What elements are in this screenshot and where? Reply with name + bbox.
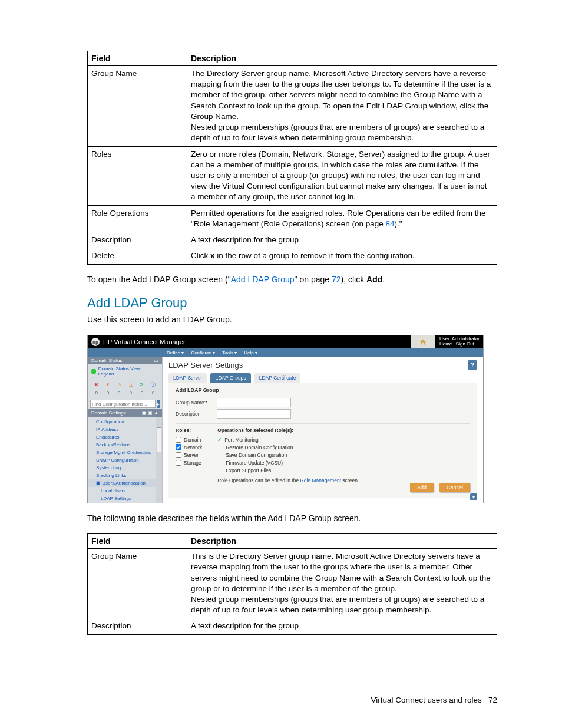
field-description-table-1: Field Description Group NameThe Director… xyxy=(87,51,497,265)
desc-cell: The Directory Server group name. Microso… xyxy=(187,66,497,147)
sidebar-item[interactable]: LDAP Settings xyxy=(88,495,156,502)
add-button[interactable]: Add xyxy=(410,483,434,492)
operation-item: ✓Port Monitoring xyxy=(217,437,358,443)
find-go-button[interactable]: ▸ xyxy=(157,400,160,408)
role-server[interactable]: Server xyxy=(176,452,202,458)
role-ops-note: Role Operations can be edited in the Rol… xyxy=(217,477,358,483)
roles-header: Roles: xyxy=(176,427,202,433)
status-icon-grid: ✖ ▼ ⚠ △ ⟳ ⓘ 000000 xyxy=(88,378,162,398)
table2-header-field: Field xyxy=(88,534,187,549)
app-title: HP Virtual Connect Manager xyxy=(103,338,186,345)
table-row: RolesZero or more roles (Domain, Network… xyxy=(88,146,497,205)
operation-item: Save Domain Configuration xyxy=(217,452,358,458)
sidebar-item[interactable]: ▣ Users/Authentication xyxy=(88,479,156,487)
vcm-screenshot: hp HP Virtual Connect Manager User: Admi… xyxy=(87,335,484,503)
sidebar-item[interactable]: Configuration xyxy=(88,418,156,426)
field-description-table-2: Field Description Group NameThis is the … xyxy=(87,533,497,635)
desc-cell: Permitted operations for the assigned ro… xyxy=(187,205,497,232)
operation-item: Firmware Update (VCSU) xyxy=(217,460,358,466)
info-icon[interactable]: ⓘ xyxy=(148,381,158,388)
menu-define[interactable]: Define ▾ xyxy=(167,350,184,355)
role-checkbox[interactable] xyxy=(176,444,181,450)
domain-status-link[interactable]: Domain Status View Legend... xyxy=(88,364,162,378)
role-checkbox[interactable] xyxy=(176,437,181,443)
main-panel: LDAP Server Settings ? LDAP ServerLDAP G… xyxy=(163,357,483,503)
filter-icon[interactable]: ▼ xyxy=(103,381,113,388)
sidebar-item[interactable]: Stacking Links xyxy=(88,472,156,479)
use-screen-para: Use this screen to add an LDAP Group. xyxy=(87,314,497,325)
menu-tools[interactable]: Tools ▾ xyxy=(222,350,237,355)
help-button[interactable]: ? xyxy=(468,360,477,370)
titlebar: hp HP Virtual Connect Manager User: Admi… xyxy=(88,335,483,348)
sidebar-scrollbar[interactable] xyxy=(156,417,162,503)
page-72-link[interactable]: 72 xyxy=(332,275,341,284)
users-icon: ▣ xyxy=(96,480,102,486)
table1-header-desc: Description xyxy=(187,51,497,66)
warning-icon[interactable]: ⚠ xyxy=(114,381,124,388)
role-checkbox[interactable] xyxy=(176,460,181,466)
group-name-label: Group Name:* xyxy=(176,400,217,406)
menu-configure[interactable]: Configure ▾ xyxy=(191,350,215,355)
page-footer: Virtual Connect users and roles 72 xyxy=(371,696,497,704)
role-network[interactable]: Network xyxy=(176,444,202,450)
role-storage[interactable]: Storage xyxy=(176,460,202,466)
group-name-input[interactable] xyxy=(217,398,291,407)
sidebar-item[interactable]: IP Address xyxy=(88,426,156,433)
sidebar-item[interactable]: Local Users xyxy=(88,487,156,495)
error-icon[interactable]: ✖ xyxy=(91,381,101,388)
table-row: DescriptionA text description for the gr… xyxy=(88,618,497,634)
operation-item: Restore Domain Configuration xyxy=(217,444,358,450)
description-label: Description: xyxy=(176,411,217,417)
find-config-input[interactable] xyxy=(90,400,156,408)
domain-settings-header[interactable]: Domain Settings▣ ▣ ▲ xyxy=(88,409,162,417)
role-domain[interactable]: Domain xyxy=(176,437,202,443)
caution-icon[interactable]: △ xyxy=(125,381,135,388)
tab-ldap-certificate[interactable]: LDAP Certificate xyxy=(254,373,301,383)
home-icon[interactable] xyxy=(411,335,435,348)
role-checkbox[interactable] xyxy=(176,452,181,458)
table2-intro-para: The following table describes the fields… xyxy=(87,513,497,524)
home-signout-links[interactable]: Home | Sign Out xyxy=(439,342,480,347)
desc-cell: Zero or more roles (Domain, Network, Sto… xyxy=(187,146,497,205)
sidebar-item[interactable]: Backup/Restore xyxy=(88,441,156,449)
tab-ldap-groups[interactable]: LDAP Groups xyxy=(210,373,250,383)
table-row: DeleteClick x in the row of a group to r… xyxy=(88,248,497,264)
table-row: Role OperationsPermitted operations for … xyxy=(88,205,497,232)
form-panel: Add LDAP Group Group Name:* Description:… xyxy=(168,383,477,498)
sidebar-item[interactable]: System Log xyxy=(88,464,156,472)
description-input[interactable] xyxy=(217,409,291,419)
tab-ldap-server[interactable]: LDAP Server xyxy=(168,373,207,383)
field-cell: Roles xyxy=(88,146,187,205)
sidebar-tree: ConfigurationIP AddressEnclosuresBackup/… xyxy=(88,417,156,503)
table1-header-field: Field xyxy=(88,51,187,66)
sidebar-item[interactable]: Enclosures xyxy=(88,433,156,441)
scroll-down-icon[interactable]: ▾ xyxy=(470,493,477,500)
field-cell: Delete xyxy=(88,248,187,264)
sidebar-item[interactable]: SNMP Configuration xyxy=(88,456,156,464)
cancel-button[interactable]: Cancel xyxy=(439,483,470,492)
status-ok-icon xyxy=(91,369,96,374)
field-cell: Group Name xyxy=(88,66,187,147)
desc-cell: A text description for the group xyxy=(187,618,497,634)
table-row: Group NameThe Directory Server group nam… xyxy=(88,66,497,147)
desc-cell: Click x in the row of a group to remove … xyxy=(187,248,497,264)
sidebar-item[interactable]: Storage Mgmt Credentials xyxy=(88,449,156,456)
menubar: Define ▾ Configure ▾ Tools ▾ Help ▾ xyxy=(88,348,483,357)
table2-header-desc: Description xyxy=(187,534,497,549)
role-management-link[interactable]: Role Management xyxy=(300,477,341,483)
table-row: Group NameThis is the Directory Server g… xyxy=(88,549,497,618)
table-row: DescriptionA text description for the gr… xyxy=(88,232,497,248)
page-84-link[interactable]: 84 xyxy=(385,219,394,228)
field-cell: Description xyxy=(88,618,187,634)
add-ldap-group-heading: Add LDAP Group xyxy=(87,295,497,311)
add-ldap-group-link[interactable]: Add LDAP Group xyxy=(231,275,295,284)
menu-help[interactable]: Help ▾ xyxy=(244,350,257,355)
sidebar-item[interactable]: Radius Settings xyxy=(88,502,156,503)
hp-logo-icon: hp xyxy=(91,338,100,346)
tab-strip: LDAP ServerLDAP GroupsLDAP Certificate xyxy=(163,373,483,383)
field-cell: Group Name xyxy=(88,549,187,618)
refresh-icon[interactable]: ⟳ xyxy=(137,381,147,388)
sidebar: Domain Status▭ Domain Status View Legend… xyxy=(88,357,163,503)
domain-status-header[interactable]: Domain Status▭ xyxy=(88,357,162,364)
field-cell: Description xyxy=(88,232,187,248)
